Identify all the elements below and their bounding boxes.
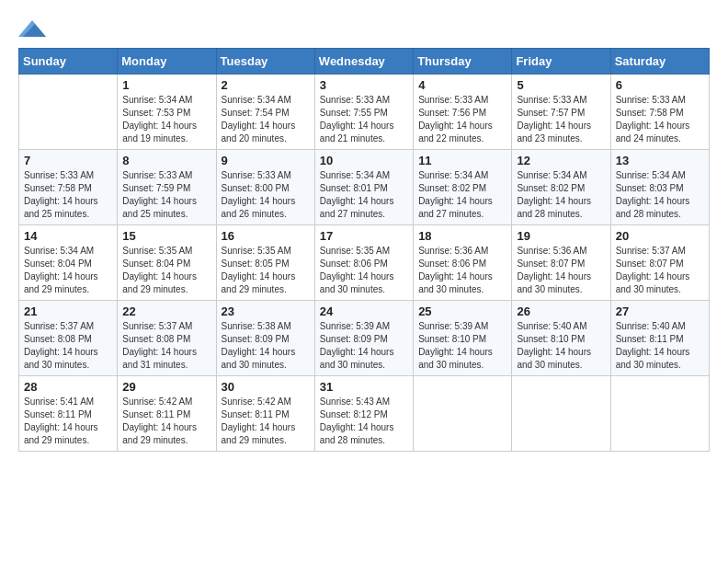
header-day-friday: Friday — [512, 49, 610, 75]
calendar-cell — [414, 376, 512, 452]
day-number: 1 — [122, 78, 210, 92]
day-number: 3 — [320, 78, 408, 92]
calendar-cell: 21Sunrise: 5:37 AM Sunset: 8:08 PM Dayli… — [19, 301, 118, 376]
day-number: 8 — [122, 154, 210, 167]
calendar-cell: 27Sunrise: 5:40 AM Sunset: 8:11 PM Dayli… — [610, 301, 709, 376]
day-info: Sunrise: 5:43 AM Sunset: 8:12 PM Dayligh… — [320, 396, 408, 447]
calendar-cell: 24Sunrise: 5:39 AM Sunset: 8:09 PM Dayli… — [314, 301, 413, 376]
day-number: 29 — [122, 380, 210, 394]
calendar-cell: 9Sunrise: 5:33 AM Sunset: 8:00 PM Daylig… — [216, 150, 314, 225]
calendar-cell: 5Sunrise: 5:33 AM Sunset: 7:57 PM Daylig… — [512, 75, 610, 150]
calendar-cell — [512, 376, 610, 452]
day-info: Sunrise: 5:34 AM Sunset: 7:53 PM Dayligh… — [122, 94, 210, 145]
day-number: 19 — [517, 229, 605, 243]
day-info: Sunrise: 5:34 AM Sunset: 7:54 PM Dayligh… — [222, 94, 310, 145]
calendar-cell: 15Sunrise: 5:35 AM Sunset: 8:04 PM Dayli… — [118, 225, 216, 301]
calendar-week-3: 14Sunrise: 5:34 AM Sunset: 8:04 PM Dayli… — [19, 225, 710, 301]
calendar-cell: 3Sunrise: 5:33 AM Sunset: 7:55 PM Daylig… — [314, 75, 413, 150]
day-number: 6 — [616, 78, 704, 92]
calendar-cell: 18Sunrise: 5:36 AM Sunset: 8:06 PM Dayli… — [414, 225, 512, 301]
calendar-cell: 6Sunrise: 5:33 AM Sunset: 7:58 PM Daylig… — [610, 75, 709, 150]
header-day-tuesday: Tuesday — [216, 49, 314, 75]
day-info: Sunrise: 5:37 AM Sunset: 8:08 PM Dayligh… — [122, 320, 210, 372]
calendar-week-2: 7Sunrise: 5:33 AM Sunset: 7:58 PM Daylig… — [19, 150, 710, 225]
day-number: 4 — [418, 78, 506, 92]
day-number: 11 — [418, 154, 506, 167]
day-number: 23 — [222, 304, 310, 318]
calendar-cell: 20Sunrise: 5:37 AM Sunset: 8:07 PM Dayli… — [610, 225, 709, 301]
logo-icon — [18, 18, 46, 39]
day-info: Sunrise: 5:39 AM Sunset: 8:10 PM Dayligh… — [418, 320, 506, 372]
day-info: Sunrise: 5:35 AM Sunset: 8:05 PM Dayligh… — [222, 245, 310, 296]
logo — [18, 18, 50, 39]
day-info: Sunrise: 5:38 AM Sunset: 8:09 PM Dayligh… — [222, 320, 310, 372]
day-number: 16 — [222, 229, 310, 243]
day-number: 13 — [616, 154, 704, 167]
day-number: 12 — [517, 154, 605, 167]
calendar-cell: 13Sunrise: 5:34 AM Sunset: 8:03 PM Dayli… — [610, 150, 709, 225]
day-info: Sunrise: 5:40 AM Sunset: 8:11 PM Dayligh… — [616, 320, 704, 372]
calendar-cell: 4Sunrise: 5:33 AM Sunset: 7:56 PM Daylig… — [414, 75, 512, 150]
day-info: Sunrise: 5:39 AM Sunset: 8:09 PM Dayligh… — [320, 320, 408, 372]
day-number: 31 — [320, 380, 408, 394]
day-number: 25 — [418, 304, 506, 318]
day-number: 20 — [616, 229, 704, 243]
calendar-cell: 7Sunrise: 5:33 AM Sunset: 7:58 PM Daylig… — [19, 150, 118, 225]
day-number: 5 — [517, 78, 605, 92]
calendar-week-5: 28Sunrise: 5:41 AM Sunset: 8:11 PM Dayli… — [19, 376, 710, 452]
day-info: Sunrise: 5:34 AM Sunset: 8:02 PM Dayligh… — [517, 169, 605, 221]
day-info: Sunrise: 5:33 AM Sunset: 8:00 PM Dayligh… — [222, 169, 310, 221]
day-number: 9 — [222, 154, 310, 167]
day-info: Sunrise: 5:34 AM Sunset: 8:02 PM Dayligh… — [418, 169, 506, 221]
calendar-table: SundayMondayTuesdayWednesdayThursdayFrid… — [18, 48, 710, 452]
day-info: Sunrise: 5:37 AM Sunset: 8:08 PM Dayligh… — [24, 320, 112, 372]
calendar-cell: 2Sunrise: 5:34 AM Sunset: 7:54 PM Daylig… — [216, 75, 314, 150]
day-number: 17 — [320, 229, 408, 243]
calendar-cell: 17Sunrise: 5:35 AM Sunset: 8:06 PM Dayli… — [314, 225, 413, 301]
calendar-week-1: 1Sunrise: 5:34 AM Sunset: 7:53 PM Daylig… — [19, 75, 710, 150]
day-info: Sunrise: 5:36 AM Sunset: 8:06 PM Dayligh… — [418, 245, 506, 296]
day-number: 18 — [418, 229, 506, 243]
calendar-cell: 23Sunrise: 5:38 AM Sunset: 8:09 PM Dayli… — [216, 301, 314, 376]
calendar-cell: 28Sunrise: 5:41 AM Sunset: 8:11 PM Dayli… — [19, 376, 118, 452]
calendar-cell: 29Sunrise: 5:42 AM Sunset: 8:11 PM Dayli… — [118, 376, 216, 452]
day-info: Sunrise: 5:37 AM Sunset: 8:07 PM Dayligh… — [616, 245, 704, 296]
day-number: 14 — [24, 229, 112, 243]
calendar-cell: 22Sunrise: 5:37 AM Sunset: 8:08 PM Dayli… — [118, 301, 216, 376]
day-number: 30 — [222, 380, 310, 394]
calendar-cell: 10Sunrise: 5:34 AM Sunset: 8:01 PM Dayli… — [314, 150, 413, 225]
calendar-cell: 8Sunrise: 5:33 AM Sunset: 7:59 PM Daylig… — [118, 150, 216, 225]
calendar-header-row: SundayMondayTuesdayWednesdayThursdayFrid… — [19, 49, 710, 75]
calendar-cell: 19Sunrise: 5:36 AM Sunset: 8:07 PM Dayli… — [512, 225, 610, 301]
header-day-saturday: Saturday — [610, 49, 709, 75]
day-info: Sunrise: 5:33 AM Sunset: 7:59 PM Dayligh… — [122, 169, 210, 221]
day-number: 7 — [24, 154, 112, 167]
calendar-cell: 11Sunrise: 5:34 AM Sunset: 8:02 PM Dayli… — [414, 150, 512, 225]
day-info: Sunrise: 5:34 AM Sunset: 8:04 PM Dayligh… — [24, 245, 112, 296]
calendar-cell — [610, 376, 709, 452]
day-number: 2 — [222, 78, 310, 92]
day-info: Sunrise: 5:34 AM Sunset: 8:03 PM Dayligh… — [616, 169, 704, 221]
calendar-cell: 12Sunrise: 5:34 AM Sunset: 8:02 PM Dayli… — [512, 150, 610, 225]
day-info: Sunrise: 5:33 AM Sunset: 7:56 PM Dayligh… — [418, 94, 506, 145]
day-number: 27 — [616, 304, 704, 318]
day-number: 24 — [320, 304, 408, 318]
calendar-cell: 25Sunrise: 5:39 AM Sunset: 8:10 PM Dayli… — [414, 301, 512, 376]
calendar-cell: 31Sunrise: 5:43 AM Sunset: 8:12 PM Dayli… — [314, 376, 413, 452]
day-info: Sunrise: 5:42 AM Sunset: 8:11 PM Dayligh… — [222, 396, 310, 447]
day-number: 22 — [122, 304, 210, 318]
day-info: Sunrise: 5:33 AM Sunset: 7:58 PM Dayligh… — [616, 94, 704, 145]
day-info: Sunrise: 5:42 AM Sunset: 8:11 PM Dayligh… — [122, 396, 210, 447]
day-number: 28 — [24, 380, 112, 394]
calendar-cell: 30Sunrise: 5:42 AM Sunset: 8:11 PM Dayli… — [216, 376, 314, 452]
header-day-wednesday: Wednesday — [314, 49, 413, 75]
day-info: Sunrise: 5:35 AM Sunset: 8:06 PM Dayligh… — [320, 245, 408, 296]
calendar-cell — [19, 75, 118, 150]
header-day-sunday: Sunday — [19, 49, 118, 75]
page-header — [18, 18, 710, 39]
header-day-monday: Monday — [118, 49, 216, 75]
calendar-cell: 16Sunrise: 5:35 AM Sunset: 8:05 PM Dayli… — [216, 225, 314, 301]
day-info: Sunrise: 5:35 AM Sunset: 8:04 PM Dayligh… — [122, 245, 210, 296]
day-info: Sunrise: 5:33 AM Sunset: 7:57 PM Dayligh… — [517, 94, 605, 145]
calendar-cell: 1Sunrise: 5:34 AM Sunset: 7:53 PM Daylig… — [118, 75, 216, 150]
